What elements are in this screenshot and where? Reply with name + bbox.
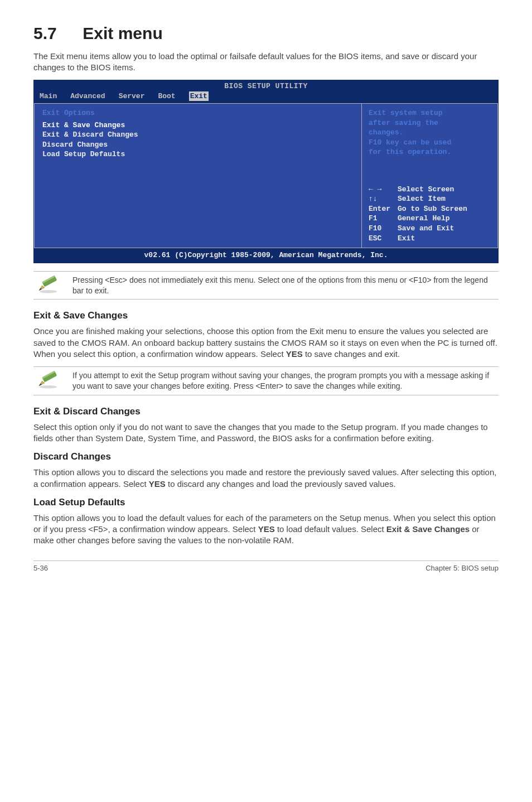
note-text: If you attempt to exit the Setup program… bbox=[72, 370, 499, 392]
section-body-discard-exit: Select this option only if you do not wa… bbox=[33, 422, 499, 445]
bold-exitsave: Exit & Save Changes bbox=[386, 524, 470, 534]
bios-title: BIOS SETUP UTILITY bbox=[34, 80, 498, 91]
text-fragment: to save changes and exit. bbox=[303, 349, 400, 359]
chapter-label: Chapter 5: BIOS setup bbox=[425, 563, 499, 573]
bios-nav-row: ← →Select Screen bbox=[369, 185, 491, 195]
note-block: If you attempt to exit the Setup program… bbox=[33, 366, 499, 395]
heading-title: Exit menu bbox=[83, 24, 162, 42]
page-footer: 5-36 Chapter 5: BIOS setup bbox=[33, 561, 499, 573]
section-body-discard: This option allows you to discard the se… bbox=[33, 467, 499, 490]
bios-tab-advanced: Advanced bbox=[70, 91, 105, 102]
section-heading-discard-exit: Exit & Discard Changes bbox=[33, 405, 499, 418]
svg-point-0 bbox=[40, 290, 57, 293]
note-block: Pressing <Esc> does not immediately exit… bbox=[33, 271, 499, 300]
bios-tab-main: Main bbox=[40, 91, 57, 102]
bios-nav-label: Save and Exit bbox=[398, 224, 454, 234]
text-fragment: to discard any changes and load the prev… bbox=[166, 479, 396, 489]
page-number: 5-36 bbox=[33, 563, 48, 573]
bios-nav-label: Go to Sub Screen bbox=[398, 204, 467, 214]
bios-nav-key: ESC bbox=[369, 234, 398, 244]
bios-nav-key: F1 bbox=[369, 214, 398, 224]
bios-nav-row: ESCExit bbox=[369, 234, 491, 244]
bios-item-save: Exit & Save Changes bbox=[42, 120, 354, 131]
bios-screenshot: BIOS SETUP UTILITY Main Advanced Server … bbox=[33, 80, 499, 263]
bios-nav-label: Exit bbox=[398, 234, 415, 244]
bios-item-discard-exit: Exit & Discard Changes bbox=[42, 130, 354, 140]
pencil-icon bbox=[33, 370, 65, 389]
bios-nav-label: General Help bbox=[398, 214, 450, 224]
svg-point-5 bbox=[40, 385, 57, 389]
bios-nav-key: Enter bbox=[369, 204, 398, 214]
bios-nav-label: Select Item bbox=[398, 194, 446, 204]
section-body-load-defaults: This option allows you to load the defau… bbox=[33, 513, 499, 547]
bios-nav-label: Select Screen bbox=[398, 185, 454, 195]
section-body-save: Once you are finished making your select… bbox=[33, 326, 499, 360]
bios-nav-row: ↑↓Select Item bbox=[369, 194, 491, 204]
note-text: Pressing <Esc> does not immediately exit… bbox=[72, 275, 499, 296]
bios-nav-key: F10 bbox=[369, 224, 398, 234]
bold-yes: YES bbox=[258, 524, 275, 534]
bios-nav-row: EnterGo to Sub Screen bbox=[369, 204, 491, 214]
bios-help-text: Exit system setup after saving the chang… bbox=[369, 108, 491, 157]
bios-nav-row: F1General Help bbox=[369, 214, 491, 224]
bios-nav-key: ↑↓ bbox=[369, 194, 398, 204]
bios-tab-exit: Exit bbox=[189, 91, 209, 102]
heading-number: 5.7 bbox=[33, 22, 78, 45]
bios-tab-boot: Boot bbox=[158, 91, 175, 102]
bios-left-pane: Exit Options Exit & Save Changes Exit & … bbox=[34, 103, 361, 248]
bios-tab-bar: Main Advanced Server Boot Exit bbox=[34, 91, 498, 104]
bios-help-line: after saving the bbox=[369, 118, 491, 128]
bios-nav-legend: ← →Select Screen ↑↓Select Item EnterGo t… bbox=[369, 185, 491, 243]
bios-item-discard: Discard Changes bbox=[42, 140, 354, 150]
section-heading-load-defaults: Load Setup Defaults bbox=[33, 496, 499, 509]
bios-item-load-defaults: Load Setup Defaults bbox=[42, 149, 354, 160]
intro-paragraph: The Exit menu items allow you to load th… bbox=[33, 51, 499, 74]
bios-help-line: Exit system setup bbox=[369, 108, 491, 118]
bios-help-line: changes. bbox=[369, 128, 491, 138]
bios-tab-server: Server bbox=[119, 91, 145, 102]
text-fragment: to load default values. Select bbox=[275, 524, 386, 534]
pencil-icon bbox=[33, 275, 65, 294]
bios-right-pane: Exit system setup after saving the chang… bbox=[361, 103, 498, 248]
bios-left-header: Exit Options bbox=[42, 108, 354, 118]
text-fragment: Once you are finished making your select… bbox=[33, 326, 497, 359]
bold-yes: YES bbox=[149, 479, 166, 489]
section-heading-save: Exit & Save Changes bbox=[33, 310, 499, 322]
bios-body: Exit Options Exit & Save Changes Exit & … bbox=[34, 103, 498, 248]
page-heading: 5.7 Exit menu bbox=[33, 22, 499, 45]
bold-yes: YES bbox=[286, 349, 303, 359]
bios-nav-row: F10Save and Exit bbox=[369, 224, 491, 234]
section-heading-discard: Discard Changes bbox=[33, 451, 499, 463]
bios-help-line: for this operation. bbox=[369, 147, 491, 157]
bios-nav-key: ← → bbox=[369, 185, 398, 195]
bios-help-line: F10 key can be used bbox=[369, 138, 491, 148]
bios-footer: v02.61 (C)Copyright 1985-2009, American … bbox=[34, 248, 498, 263]
